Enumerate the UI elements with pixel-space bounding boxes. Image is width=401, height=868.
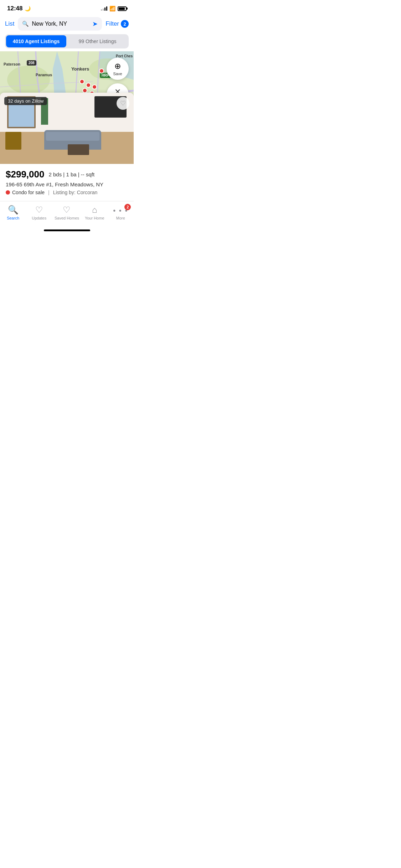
heart-search-icon: ⊕ [114, 62, 121, 71]
status-time: 12:48 [7, 5, 22, 12]
listing-agent-label: Listing by: Corcoran [53, 190, 98, 195]
nav-more[interactable]: • • • 2 More [110, 207, 131, 220]
listing-type-dot [6, 190, 10, 195]
listing-info: $299,000 2 bds | 1 ba | -- sqft 196-65 6… [0, 164, 134, 201]
listing-image[interactable]: 32 days on Zillow ♡ [0, 93, 134, 164]
saved-homes-nav-icon: ♡ [63, 205, 71, 215]
listing-price-row: $299,000 2 bds | 1 ba | -- sqft [6, 169, 128, 180]
status-icons: 📶 [101, 6, 127, 11]
room-table [68, 144, 89, 155]
listings-tabs: 4010 Agent Listings 99 Other Listings [5, 34, 129, 48]
map-label-paterson: Paterson [4, 62, 20, 66]
separator-2: | [78, 171, 81, 177]
filter-button[interactable]: Filter 2 [106, 20, 129, 28]
search-nav-label: Search [7, 216, 19, 220]
search-nav-icon: 🔍 [8, 205, 19, 215]
save-button[interactable]: ⊕ Save [107, 58, 129, 80]
room-chair [5, 132, 21, 150]
search-input-value[interactable]: New York, NY [32, 21, 89, 27]
tab-agent-listings[interactable]: 4010 Agent Listings [6, 35, 66, 47]
moon-icon: 🌙 [25, 6, 31, 11]
listing-type-row: Condo for sale | Listing by: Corcoran [6, 190, 128, 195]
updates-nav-icon: ♡ [35, 205, 43, 215]
save-label: Save [113, 72, 122, 76]
tab-other-listings[interactable]: 99 Other Listings [67, 35, 128, 47]
listing-card: 32 days on Zillow ♡ $299,000 2 bds | 1 b… [0, 93, 134, 201]
location-icon[interactable]: ➤ [92, 20, 98, 28]
map-dot-1[interactable] [79, 79, 84, 84]
map-container[interactable]: Yonkers New York Paramus Paterson Newark… [0, 51, 134, 201]
map-dot-2[interactable] [86, 83, 91, 88]
map-dot-34[interactable] [99, 68, 104, 73]
nav-your-home[interactable]: ⌂ Your Home [84, 205, 105, 220]
map-badge-208: 208 [27, 60, 36, 66]
beds-count: 2 bds [48, 171, 62, 177]
bottom-nav: 🔍 Search ♡ Updates ♡ Saved Homes ⌂ Your … [0, 201, 134, 227]
type-divider: | [48, 190, 50, 195]
filter-label: Filter [106, 20, 119, 27]
list-button[interactable]: List [5, 20, 14, 27]
battery-icon [118, 6, 127, 11]
listing-price: $299,000 [6, 169, 44, 180]
listing-details: 2 bds | 1 ba | -- sqft [48, 171, 94, 177]
status-bar: 12:48 🌙 📶 [0, 0, 134, 14]
filter-badge: 2 [121, 20, 129, 28]
wifi-icon: 📶 [109, 6, 115, 11]
more-nav-label: More [116, 216, 125, 220]
map-label-yonkers: Yonkers [71, 66, 89, 72]
map-dot-3[interactable] [82, 88, 87, 93]
nav-search[interactable]: 🔍 Search [2, 205, 24, 220]
baths-count: 1 ba [66, 171, 76, 177]
favorite-button[interactable]: ♡ [117, 97, 129, 110]
sqft-value: -- sqft [81, 171, 94, 177]
your-home-nav-icon: ⌂ [92, 205, 97, 215]
days-on-zillow-badge: 32 days on Zillow [4, 97, 47, 105]
listing-address: 196-65 69th Ave #1, Fresh Meadows, NY [6, 181, 128, 187]
header: List 🔍 New York, NY ➤ Filter 2 [0, 14, 134, 34]
svg-point-1 [7, 66, 50, 94]
updates-nav-label: Updates [32, 216, 46, 220]
your-home-nav-label: Your Home [85, 216, 104, 220]
more-badge: 2 [124, 204, 131, 210]
signal-icon [101, 6, 107, 11]
search-icon: 🔍 [22, 21, 29, 27]
nav-saved-homes[interactable]: ♡ Saved Homes [55, 205, 79, 220]
map-dot-4[interactable] [92, 84, 97, 89]
home-indicator [44, 229, 90, 231]
map-label-paramus: Paramus [36, 73, 52, 77]
listing-type-label: Condo for sale [12, 190, 45, 195]
search-box[interactable]: 🔍 New York, NY ➤ [18, 17, 102, 31]
saved-homes-nav-label: Saved Homes [55, 216, 79, 220]
nav-updates[interactable]: ♡ Updates [29, 205, 50, 220]
